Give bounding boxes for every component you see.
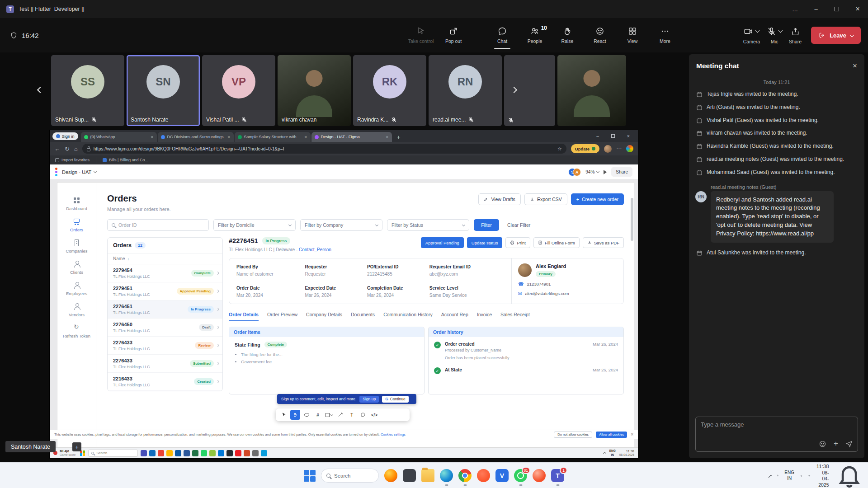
presenter-search-box[interactable]: Search [88,450,138,457]
cursor-tool-icon[interactable] [279,410,289,420]
participant-tile[interactable]: RK Ravindra K... [353,55,426,126]
whatsapp-icon[interactable] [201,450,207,456]
detail-tab[interactable]: Order Preview [267,312,297,321]
chat-message-input[interactable] [701,421,853,439]
back-icon[interactable]: ← [54,145,60,152]
window-more-button[interactable] [785,0,806,18]
print-button[interactable]: Print [505,237,530,248]
powerpoint-icon[interactable] [244,450,250,456]
cookie-settings-link[interactable]: Cookies settings [381,432,406,436]
word-icon[interactable] [184,450,190,456]
detail-tab[interactable]: Documents [351,312,375,321]
store-icon[interactable] [261,450,267,456]
detail-tab[interactable]: Account Rep [441,312,468,321]
file-menu-chevron-icon[interactable] [94,170,97,173]
tab-close-icon[interactable]: × [386,134,388,140]
tray-overflow-chevron-icon[interactable] [768,475,772,479]
copilot-icon[interactable] [403,469,416,482]
chrome-icon[interactable] [458,469,472,482]
present-icon[interactable] [604,170,607,174]
update-status-button[interactable]: Update status [467,237,503,248]
emoji-icon[interactable] [819,440,826,448]
mic-button[interactable]: Mic [767,27,782,44]
copilot-icon[interactable] [626,145,633,152]
browser-avatar[interactable] [604,145,612,153]
google-continue-button[interactable]: G Continue [382,396,409,403]
approval-pending-button[interactable]: Approval Pending [421,237,464,248]
tab-close-icon[interactable]: × [151,134,153,140]
detail-tab[interactable]: Invoice [477,312,492,321]
pin-presenter-button[interactable] [72,442,81,451]
wifi-icon[interactable] [800,472,802,479]
figma-share-button[interactable]: Share [611,167,632,177]
teams-icon[interactable]: 1 [551,469,564,482]
browser-scrollbar[interactable] [631,198,633,241]
acrobat-icon[interactable] [235,450,241,456]
chat-message-list[interactable]: Today 11:21 Tejas Ingle was invited to t… [689,74,864,412]
sidebar-item[interactable]: Refresh Token [57,324,96,338]
edge-icon[interactable] [175,450,181,456]
camera-button[interactable]: Camera [743,27,760,44]
clock[interactable]: 11:38 08-04-2025 [816,463,829,488]
save-as-pdf-button[interactable]: Save as PDF [583,237,624,248]
volume-icon[interactable] [808,472,811,479]
collaborator-avatar[interactable]: A [573,168,581,176]
browser-profile-icon[interactable] [533,469,546,482]
leave-options-chevron-icon[interactable] [850,33,854,37]
vscode-icon[interactable] [495,469,509,482]
shape-oval-tool-icon[interactable] [302,410,311,420]
connector-tool-icon[interactable] [335,410,345,420]
domicile-filter-select[interactable]: Filter by Domicile [213,219,296,231]
orders-list-header[interactable]: Name↓ [108,253,222,264]
order-id-input[interactable]: Order ID [107,219,209,231]
detail-tab[interactable]: Company Details [306,312,342,321]
notepad-icon[interactable] [209,450,216,456]
leave-button[interactable]: Leave [811,27,861,44]
browser-tab[interactable]: Design - UAT - Figma × [311,132,392,142]
mic-options-chevron-icon[interactable] [778,28,783,33]
tab-close-icon[interactable]: × [227,134,230,140]
brave-icon[interactable] [477,469,490,482]
home-icon[interactable]: ⌂ [74,145,78,152]
vscode-icon[interactable] [218,450,224,456]
order-list-row[interactable]: 2279454 TL Flex Holdings LLC Complete [108,264,222,282]
fill-online-form-button[interactable]: Fill Online Form [533,237,580,248]
participant-tile[interactable]: vikram chavan [278,55,351,126]
tab-close-icon[interactable]: × [304,134,307,140]
whatsapp-icon[interactable]: 81 [514,469,527,482]
tray-mic-icon[interactable] [777,472,779,479]
raise-hand-button[interactable]: Raise [551,18,584,52]
detail-tab[interactable]: Communication History [383,312,433,321]
browser-minimize-button[interactable]: – [590,130,605,142]
browser-update-button[interactable]: Update [571,144,599,153]
window-close-button[interactable] [847,0,868,18]
react-button[interactable]: React [584,18,616,52]
export-csv-button[interactable]: Export CSV [524,193,567,205]
order-list-row[interactable]: 2276451 TL Flex Holdings LLC In Progress [108,300,222,319]
folder-icon[interactable] [166,450,173,456]
chat-input-box[interactable] [695,417,858,452]
browser-profile-button[interactable]: Sign in [52,132,78,140]
presenter-clock[interactable]: 11:38 08-04-2025 [619,449,634,457]
calculator-icon[interactable] [252,450,259,456]
chat-close-icon[interactable] [853,61,857,70]
order-list-row[interactable]: 2279451 TL Flex Holdings LLC Approval Pe… [108,282,222,300]
browser-menu-icon[interactable]: ⋯ [616,145,622,152]
sidebar-item[interactable]: Employees [57,282,96,296]
github-icon[interactable] [226,450,233,456]
start-button[interactable] [304,470,316,482]
sidebar-item[interactable]: Vendors [57,303,96,317]
import-favorites-link[interactable]: Import favorites [55,158,90,162]
presenter-language-indicator[interactable]: ENG IN [609,449,616,456]
strip-scroll-left-button[interactable] [34,84,46,96]
excel-icon[interactable] [192,450,198,456]
deny-cookies-button[interactable]: Do not allow cookies [554,432,592,438]
new-tab-button[interactable]: + [394,132,403,142]
more-button[interactable]: More [649,18,681,52]
taskbar-search[interactable]: Search [321,469,379,483]
people-button[interactable]: 10 People [519,18,551,52]
participant-tile[interactable]: SN Santosh Narate [127,55,200,126]
order-list-row[interactable]: 2216433 TL Flex Holdings LLC Created [108,373,222,391]
order-list-row[interactable]: 2276433 TL Flex Holdings LLC Submitted [108,355,222,373]
share-button[interactable]: Share [789,27,802,44]
